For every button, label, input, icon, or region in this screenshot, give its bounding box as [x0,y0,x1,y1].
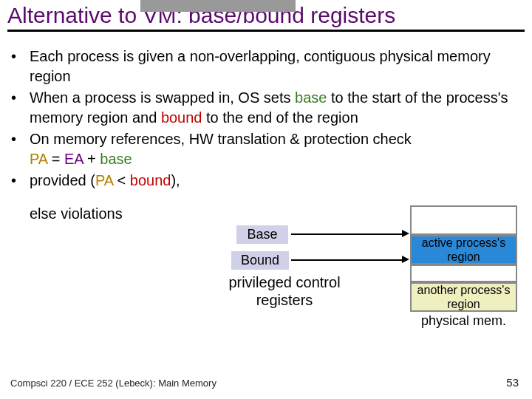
term-bound: bound [161,109,202,126]
term-bound-2: bound [130,172,171,188]
bound-register-box: Bound [231,251,289,270]
bullet-3: On memory references, HW translation & p… [30,129,525,169]
bullet-4-b: ), [171,172,180,188]
plus: + [83,151,100,167]
physical-memory-label: physical mem. [410,312,517,331]
memory-block-gap [410,265,517,282]
slide: Alternative to VM: base/bound registers … [0,0,532,399]
title-underline [7,30,525,32]
diagram: Base Bound privileged control registers … [214,222,517,355]
slide-number: 53 [506,376,519,389]
bullet-list: Each process is given a non-overlapping,… [7,47,525,191]
term-base: base [295,89,327,106]
decorative-bar [140,0,296,12]
bullet-2: When a process is swapped in, OS sets ba… [30,88,525,128]
bullet-4: provided (PA < bound), [30,171,525,191]
term-pa-2: PA [95,172,113,188]
term-base-2: base [100,151,132,167]
eq: = [47,151,64,167]
bullet-1: Each process is given a non-overlapping,… [30,47,525,86]
bullet-3-a: On memory references, HW translation & p… [30,131,412,147]
term-pa: PA [30,151,47,167]
bullet-2-c: to the end of the region [202,109,358,126]
base-arrow-line [291,233,402,235]
memory-block-top [410,205,517,235]
bullet-2-a: When a process is swapped in, OS sets [30,89,295,106]
memory-block-active: active process's region [410,235,517,265]
bullet-1-text: Each process is given a non-overlapping,… [30,48,491,84]
base-arrowhead-icon [402,230,409,237]
privileged-registers-label: privileged control registers [214,273,355,309]
lt: < [113,172,130,188]
bullet-4-a: provided ( [30,172,95,188]
memory-block-another: another process's region [410,282,517,312]
term-ea: EA [64,151,83,167]
bound-arrowhead-icon [402,256,409,263]
base-register-box: Base [236,225,288,244]
bound-arrow-line [291,259,402,261]
footer-left: Compsci 220 / ECE 252 (Lebeck): Main Mem… [10,378,216,389]
